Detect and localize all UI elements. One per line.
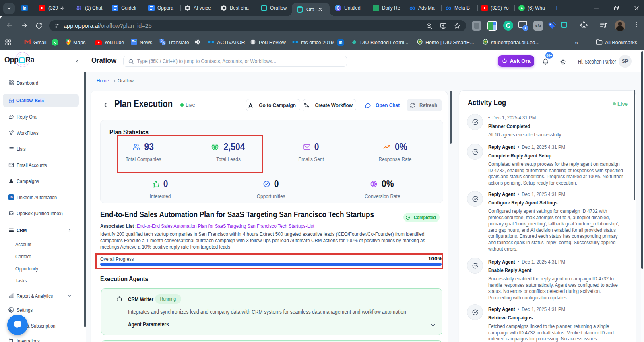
svg-text:A: A [163, 41, 165, 44]
